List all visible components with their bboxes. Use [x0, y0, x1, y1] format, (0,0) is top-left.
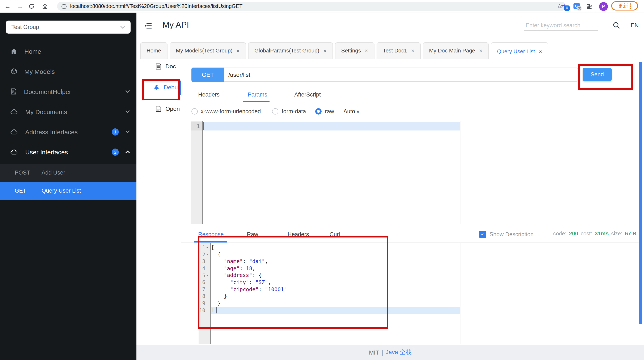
browser-reload-icon[interactable] — [28, 3, 37, 9]
url-text: localhost:8080/doc.html#/Test%20Group/Us… — [70, 3, 242, 9]
group-selector[interactable]: Test Group — [6, 20, 130, 33]
tab-globalparams[interactable]: GlobalParams(Test Group)× — [248, 42, 333, 59]
tab-test-doc1[interactable]: Test Doc1× — [376, 42, 421, 59]
sidebar-subitem-add-user[interactable]: POST Add User — [0, 164, 136, 182]
response-line-number: 3 — [198, 258, 209, 265]
stat-label: cost: — [580, 230, 592, 237]
tool-debug[interactable]: Debug — [153, 84, 181, 91]
response-editor-pane-divider — [460, 243, 461, 344]
response-json-line: } — [211, 300, 460, 307]
radio-x-www-form-urlencoded[interactable] — [192, 108, 198, 114]
tab-query-user-list[interactable]: Query User List× — [491, 42, 548, 60]
tab-home[interactable]: Home — [140, 42, 167, 59]
count-badge: 1 — [112, 128, 119, 135]
request-method-badge: GET — [192, 67, 224, 82]
browser-home-icon[interactable] — [42, 3, 50, 9]
request-tab-afterscript[interactable]: AfterScript — [294, 91, 321, 98]
request-editor-pane-divider — [460, 121, 461, 224]
home-icon — [10, 48, 17, 54]
tab-my-models[interactable]: My Models(Test Group)× — [170, 42, 246, 59]
tool-label: Debug — [164, 84, 181, 91]
app-root: ← → localhost:8080/doc.html#/Test%20Grou… — [0, 0, 644, 360]
collapse-sidebar-icon[interactable] — [144, 23, 152, 29]
url-bar[interactable]: localhost:8080/doc.html#/Test%20Group/Us… — [57, 2, 566, 11]
browser-forward-icon[interactable]: → — [16, 0, 24, 12]
response-json-line: "name": "dai", — [211, 258, 460, 265]
tab-my-doc-main-page[interactable]: My Doc Main Page× — [423, 42, 489, 59]
footer-link[interactable]: Java 全栈 — [386, 349, 412, 356]
request-tab-headers[interactable]: Headers — [198, 91, 220, 98]
page-info-icon[interactable] — [61, 3, 67, 9]
browser-profile-avatar[interactable]: P — [599, 2, 608, 11]
tool-doc[interactable]: Doc — [156, 63, 176, 70]
browser-menu-dots-icon[interactable] — [630, 5, 632, 6]
request-line-number: 1 — [190, 122, 200, 130]
sidebar-item-label: User Interfaces — [25, 148, 68, 155]
page-scrollbar[interactable] — [639, 62, 642, 324]
response-line-number: 6 — [198, 279, 209, 286]
response-json-line: "city": "SZ", — [211, 279, 460, 286]
response-tab-raw[interactable]: Raw — [247, 231, 258, 238]
tab-settings[interactable]: Settings× — [335, 42, 374, 59]
request-tab-params[interactable]: Params — [248, 91, 267, 98]
chevron-down-icon — [125, 90, 130, 93]
count-badge: 2 — [112, 148, 119, 155]
close-tab-icon[interactable]: × — [411, 43, 414, 59]
close-tab-icon[interactable]: × — [236, 43, 240, 59]
response-tab-curl[interactable]: Curl — [330, 231, 340, 238]
endpoint-label: Add User — [42, 170, 65, 176]
close-tab-icon[interactable]: × — [365, 43, 368, 59]
sidebar-item-my-documents[interactable]: My Documents — [0, 101, 136, 122]
sidebar-item-my-models[interactable]: My Models — [0, 61, 136, 81]
response-tab-response[interactable]: Response — [198, 231, 224, 238]
search-input[interactable] — [525, 22, 598, 29]
translate-icon[interactable]: G — [574, 3, 580, 9]
sidebar-item-label: My Models — [24, 68, 55, 75]
document-tabstrip: Home My Models(Test Group)× GlobalParams… — [140, 42, 548, 60]
request-url-input[interactable]: /user/list — [224, 67, 578, 82]
models-icon — [10, 68, 17, 75]
close-tab-icon[interactable]: × — [323, 43, 326, 59]
chevron-down-icon — [125, 130, 130, 133]
extensions-puzzle-icon[interactable] — [586, 3, 594, 9]
response-tab-headers[interactable]: Headers — [288, 231, 309, 238]
show-description-checkbox[interactable]: ✓ — [479, 231, 486, 238]
radio-raw[interactable] — [315, 108, 322, 114]
browser-back-icon[interactable]: ← — [3, 0, 12, 12]
format-select[interactable]: Auto — [344, 108, 360, 114]
request-editor-gutter — [190, 121, 203, 224]
response-json-line: [ — [211, 244, 460, 251]
radio-label[interactable]: form-data — [282, 108, 306, 114]
sidebar-item-address-interfaces[interactable]: Address Interfaces 1 — [0, 122, 136, 142]
update-label: 更新 — [618, 2, 628, 9]
response-line-number[interactable]: 2▾ — [198, 251, 209, 258]
sidebar-item-documenthelper[interactable]: DocumentHelper — [0, 81, 136, 101]
language-switcher[interactable]: EN — [630, 22, 639, 28]
response-line-number[interactable]: 1▾ — [198, 244, 209, 251]
close-tab-icon[interactable]: × — [539, 44, 542, 59]
footer: MIT | Java 全栈 — [136, 345, 644, 360]
close-tab-icon[interactable]: × — [479, 43, 482, 59]
response-line-number: 8 — [198, 293, 209, 300]
response-json-line: ] — [211, 307, 460, 314]
http-method-label: GET — [15, 188, 42, 194]
status-code-value: 200 — [569, 230, 578, 237]
request-body-editor[interactable] — [203, 121, 460, 224]
http-method-label: POST — [15, 170, 42, 176]
sidebar-item-user-interfaces[interactable]: User Interfaces 2 — [0, 142, 136, 162]
response-line-number[interactable]: 5▾ — [198, 272, 209, 279]
sidebar-item-home[interactable]: Home — [0, 41, 136, 61]
fold-arrow-icon: ▾ — [205, 253, 209, 257]
radio-label[interactable]: x-www-form-urlencoded — [201, 108, 261, 114]
sidebar-subitem-query-user-list[interactable]: GET Query User List — [0, 182, 136, 200]
search-icon[interactable] — [613, 22, 620, 29]
browser-update-button[interactable]: 更新 — [611, 1, 638, 10]
show-description-label[interactable]: Show Description — [490, 231, 534, 238]
tool-rail-divider — [181, 61, 181, 345]
sidebar: Test Group Home My Models DocumentHelper… — [0, 12, 136, 360]
response-stats: code: 200 cost: 31ms size: 67 B — [553, 230, 636, 237]
send-button[interactable]: Send — [583, 68, 612, 81]
tool-open[interactable]: Open — [156, 105, 180, 112]
radio-form-data[interactable] — [272, 108, 278, 114]
radio-label[interactable]: raw — [325, 108, 334, 114]
